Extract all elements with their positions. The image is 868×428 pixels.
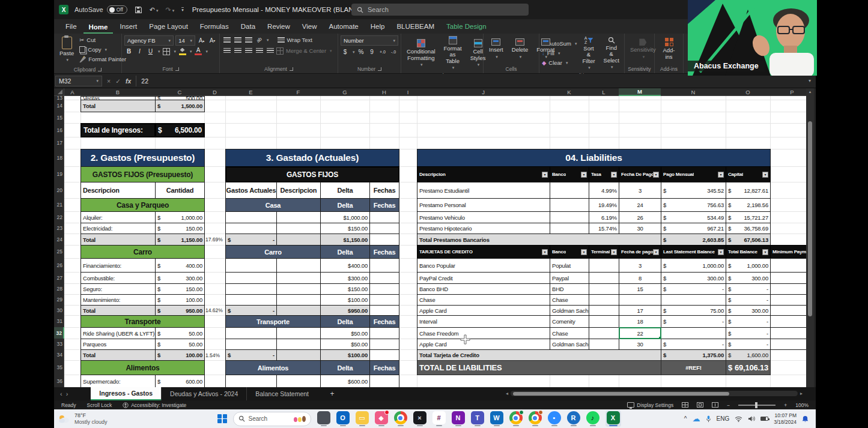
row-header-35[interactable]: 35 [54, 360, 64, 375]
cell-O28[interactable]: $- [726, 283, 771, 295]
cell-K20[interactable] [550, 182, 589, 199]
page-break-view-icon[interactable] [712, 402, 718, 408]
cell-B14[interactable]: Total [80, 100, 156, 112]
cell-L30[interactable] [589, 305, 619, 316]
cell-C30[interactable]: $950.00 [155, 305, 205, 316]
filter-dropdown-icon[interactable]: ▾ [653, 249, 659, 255]
cell-B25[interactable]: Carro [80, 245, 205, 259]
horizontal-scroll-thumb[interactable] [513, 392, 729, 396]
column-header-I[interactable]: I [399, 88, 417, 96]
align-center-icon[interactable] [233, 46, 242, 55]
cell-K30[interactable]: Goldman Sachs [550, 305, 589, 316]
row-header-22[interactable]: 22 [54, 211, 64, 223]
cell-M32[interactable]: 22 [619, 327, 661, 339]
cell-K21[interactable] [550, 198, 589, 212]
cell-C28[interactable]: $150.00 [155, 283, 205, 295]
cell-M31[interactable]: 18 [619, 315, 661, 328]
cell-J31[interactable]: Interval [417, 315, 550, 328]
cell-N30[interactable]: $75.00 [661, 305, 726, 316]
zoom-slider-thumb[interactable] [755, 402, 757, 408]
cell-L27[interactable] [589, 272, 619, 284]
redo-button[interactable]: ↷▾ [165, 6, 174, 14]
cell-N25[interactable]: Last Statement Balance▾ [661, 245, 726, 259]
cell-M33[interactable]: 30 [619, 339, 661, 350]
cell-B33[interactable]: Parqueos [80, 339, 156, 350]
cell-E18[interactable]: 3. Gastado (Actuales) [225, 149, 399, 167]
cell-N23[interactable]: $967.21 [661, 223, 726, 234]
cell-E34[interactable]: $- [225, 349, 277, 361]
save-icon[interactable] [135, 6, 142, 14]
tray-chevron-icon[interactable]: ^ [684, 415, 687, 422]
expand-formula-bar-icon[interactable]: ▾ [804, 78, 816, 83]
vertical-scroll-thumb[interactable] [808, 121, 812, 316]
excel-app-icon[interactable]: X [59, 5, 68, 14]
cell-J26[interactable]: Banco Popular [417, 258, 550, 273]
filter-dropdown-icon[interactable]: ▾ [581, 249, 587, 255]
comma-style-button[interactable]: 9 [368, 47, 377, 56]
row-header-15[interactable]: 15 [54, 112, 64, 124]
cell-F23[interactable] [276, 223, 321, 234]
menu-tab-file[interactable]: File [60, 20, 82, 34]
cell-E26[interactable] [225, 258, 277, 273]
number-format-select[interactable]: Number▾ [341, 35, 398, 46]
zoom-out-button[interactable]: − [727, 402, 730, 408]
menu-tab-automate[interactable]: Automate [324, 20, 364, 34]
cell-F20[interactable]: Descripcion [276, 182, 321, 199]
cell-L32[interactable] [589, 327, 619, 339]
cell-K22[interactable] [550, 211, 589, 223]
new-sheet-button[interactable]: + [326, 390, 339, 398]
menu-tab-bluebeam[interactable]: BLUEBEAM [391, 20, 440, 34]
cell-K27[interactable]: Paypal [550, 272, 589, 284]
cell-N27[interactable]: $300.00 [661, 272, 726, 284]
cell-K29[interactable]: Chase [550, 294, 589, 306]
decrease-decimal-button[interactable]: -.0 [389, 47, 398, 56]
sensitivity-button[interactable]: Sensitivity▾ [627, 38, 659, 59]
row-header-19[interactable]: 19 [54, 166, 64, 182]
cell-G33[interactable]: $50.00 [320, 339, 370, 350]
filter-dropdown-icon[interactable]: ▾ [762, 172, 768, 178]
cell-B24[interactable]: Total [80, 234, 156, 246]
taskbar-app-chrome-c[interactable] [509, 411, 523, 426]
cell-D34[interactable]: 1.54% [204, 349, 226, 361]
cell-O26[interactable]: $1,000.00 [726, 258, 771, 273]
column-header-O[interactable]: O [726, 88, 771, 96]
column-header-L[interactable]: L [589, 88, 619, 96]
cell-C14[interactable]: $1,500.00 [155, 100, 205, 112]
microphone-icon[interactable] [706, 415, 711, 423]
row-header-21[interactable]: 21 [54, 198, 64, 212]
cell-G34[interactable]: $100.00 [320, 349, 370, 361]
cell-K26[interactable]: Populat [550, 258, 589, 273]
increase-indent-icon[interactable] [266, 46, 275, 55]
cell-O34[interactable]: $1,600.00 [726, 349, 771, 361]
cell-G25[interactable]: Delta [320, 245, 370, 259]
menu-tab-review[interactable]: Review [262, 20, 296, 34]
row-header-24[interactable]: 24 [54, 234, 64, 246]
cell-E23[interactable] [225, 223, 277, 234]
cell-N21[interactable]: $756.63 [661, 198, 726, 212]
cell-B20[interactable]: Descripcion [80, 182, 156, 199]
cell-E27[interactable] [225, 272, 277, 284]
wrap-text-button[interactable]: Wrap Text [278, 35, 312, 44]
cell-J35[interactable]: TOTAL DE LIABILITIES [417, 360, 661, 375]
cell-B28[interactable]: Seguro: [80, 283, 156, 295]
cell-F27[interactable] [276, 272, 321, 284]
menu-tab-view[interactable]: View [297, 20, 323, 34]
cell-F32[interactable] [276, 327, 321, 339]
sheet-tab-ingresos-gastos[interactable]: Ingresos - Gastos [91, 387, 161, 400]
taskbar-app-file-explorer[interactable]: ▭ [356, 411, 369, 426]
onedrive-icon[interactable]: ☁ [693, 415, 700, 423]
sheet-tab-deudas-y-activos-2024[interactable]: Deudas y Activos - 2024 [161, 387, 246, 400]
cell-O35[interactable]: $69,106.13 [726, 360, 771, 375]
increase-decimal-button[interactable]: +.0 [378, 47, 387, 56]
cell-J19[interactable]: Descripcion▾ [417, 166, 550, 182]
cell-H26[interactable] [369, 258, 399, 273]
cell-G27[interactable]: $300.00 [320, 272, 370, 284]
row-header-34[interactable]: 34 [54, 349, 64, 361]
cell-J22[interactable]: Prestamo Vehiculo [417, 211, 550, 223]
dialog-launcher-icon[interactable] [175, 67, 179, 71]
column-header-C[interactable]: C [155, 88, 205, 96]
taskbar-app-spotify[interactable]: ♪ [586, 411, 599, 426]
taskbar-app-excel[interactable]: X [605, 411, 621, 427]
formula-input[interactable]: 22 [136, 77, 804, 85]
cell-G35[interactable]: Delta [320, 360, 370, 375]
